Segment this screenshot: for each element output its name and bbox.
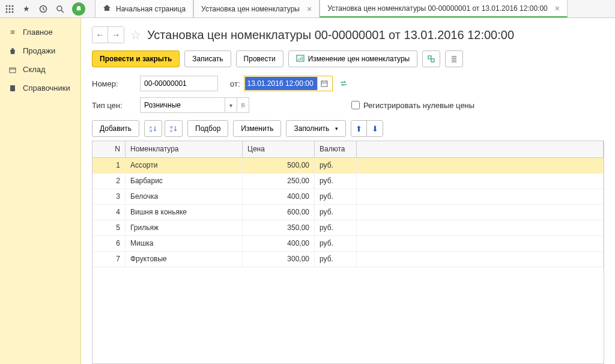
close-icon[interactable]: × xyxy=(307,4,312,14)
sidebar-item-main[interactable]: ≡ Главное xyxy=(0,23,80,41)
table-row[interactable]: 1Ассорти500,00руб. xyxy=(92,158,604,174)
cell-n: 4 xyxy=(92,205,126,220)
cell-price: 500,00 xyxy=(243,158,315,173)
sort-asc-button[interactable]: АЯ xyxy=(144,120,162,137)
notifications-icon[interactable] xyxy=(72,2,85,16)
col-nomenclature[interactable]: Номенклатура xyxy=(126,141,243,157)
svg-point-8 xyxy=(12,11,14,13)
change-prices-button[interactable]: Изменение цен номенклатуры xyxy=(288,50,418,67)
tab-label: Установка цен номенклатуры xyxy=(201,5,300,13)
apps-icon[interactable] xyxy=(5,4,14,14)
cell-price: 250,00 xyxy=(243,174,315,189)
tabs-bar: Начальная страница Установка цен номенкл… xyxy=(95,0,568,17)
box-icon xyxy=(8,65,17,74)
svg-point-10 xyxy=(57,6,62,11)
svg-rect-14 xyxy=(431,59,434,62)
favorite-star-icon[interactable]: ☆ xyxy=(130,28,141,42)
cell-price: 400,00 xyxy=(243,236,315,251)
open-icon[interactable]: ⎘ xyxy=(237,98,249,112)
items-grid: N Номенклатура Цена Валюта 1Ассорти500,0… xyxy=(92,141,604,364)
date-field[interactable] xyxy=(245,77,317,90)
table-row[interactable]: 7Фруктовые300,00руб. xyxy=(92,252,604,267)
table-row[interactable]: 2Барбарис250,00руб. xyxy=(92,174,604,189)
date-field-wrap xyxy=(244,76,333,91)
cell-nomenclature: Вишня в коньяке xyxy=(126,205,243,220)
sidebar-label: Справочники xyxy=(23,83,70,93)
register-zero-checkbox[interactable] xyxy=(351,101,360,109)
select-button[interactable]: Подбор xyxy=(187,120,228,137)
col-price[interactable]: Цена xyxy=(243,141,315,157)
cell-rest xyxy=(357,205,604,220)
history-icon[interactable] xyxy=(38,4,48,14)
price-type-combo[interactable]: ▾ ⎘ xyxy=(140,97,249,113)
tab-price-list[interactable]: Установка цен номенклатуры × xyxy=(193,0,320,17)
svg-point-1 xyxy=(9,5,11,7)
from-label: от: xyxy=(230,79,240,88)
save-button[interactable]: Записать xyxy=(184,50,231,67)
col-rest xyxy=(357,141,604,157)
cell-price: 400,00 xyxy=(243,189,315,204)
dropdown-icon[interactable]: ▾ xyxy=(225,98,237,112)
grid-body: 1Ассорти500,00руб.2Барбарис250,00руб.3Бе… xyxy=(92,158,604,363)
post-button[interactable]: Провести xyxy=(236,50,283,67)
close-icon[interactable]: × xyxy=(555,4,560,13)
cell-n: 3 xyxy=(92,189,126,204)
cell-nomenclature: Мишка xyxy=(126,236,243,251)
cell-nomenclature: Белочка xyxy=(126,189,243,204)
add-button[interactable]: Добавить xyxy=(92,120,139,137)
move-buttons: ⬆ ⬇ xyxy=(351,120,383,137)
svg-point-0 xyxy=(6,5,8,7)
page-title: Установка цен номенклатуры 00-00000001 о… xyxy=(147,28,514,42)
tab-price-document[interactable]: Установка цен номенклатуры 00-00000001 о… xyxy=(320,0,568,17)
tab-home[interactable]: Начальная страница xyxy=(95,0,193,17)
col-n[interactable]: N xyxy=(92,141,126,157)
price-type-input[interactable] xyxy=(141,98,225,112)
col-currency[interactable]: Валюта xyxy=(315,141,357,157)
number-date-row: Номер: от: xyxy=(92,76,604,91)
svg-rect-11 xyxy=(10,68,16,73)
calendar-icon[interactable] xyxy=(317,77,332,90)
fill-button[interactable]: Заполнить xyxy=(286,120,346,137)
svg-point-2 xyxy=(12,5,14,7)
post-and-close-button[interactable]: Провести и закрыть xyxy=(92,50,180,67)
sidebar-item-stock[interactable]: Склад xyxy=(0,60,80,79)
list-button[interactable] xyxy=(445,50,463,67)
table-row[interactable]: 3Белочка400,00руб. xyxy=(92,189,604,205)
star-icon[interactable]: ★ xyxy=(22,4,31,14)
top-bar: ★ Начальная страница Установка цен номен… xyxy=(0,0,615,18)
sidebar-label: Главное xyxy=(23,28,53,37)
table-row[interactable]: 5Грильяж350,00руб. xyxy=(92,220,604,236)
register-zero-wrap: Регистрировать нулевые цены xyxy=(351,101,474,110)
grid-header: N Номенклатура Цена Валюта xyxy=(92,141,604,158)
cell-currency: руб. xyxy=(315,236,357,251)
cell-currency: руб. xyxy=(315,189,357,204)
cell-rest xyxy=(357,174,604,189)
attach-button[interactable] xyxy=(422,50,440,67)
sidebar-item-sales[interactable]: Продажи xyxy=(0,41,80,60)
search-icon[interactable] xyxy=(55,4,65,14)
nav-back-button[interactable]: ← xyxy=(92,27,108,43)
edit-button[interactable]: Изменить xyxy=(233,120,281,137)
grid-toolbar: Добавить АЯ ЯА Подбор Изменить Заполнить… xyxy=(92,120,604,137)
cell-nomenclature: Грильяж xyxy=(126,220,243,235)
cell-price: 300,00 xyxy=(243,252,315,267)
move-up-button[interactable]: ⬆ xyxy=(351,121,367,136)
cell-rest xyxy=(357,236,604,251)
sync-icon[interactable] xyxy=(339,79,348,88)
number-field[interactable] xyxy=(140,76,218,91)
cell-rest xyxy=(357,189,604,204)
sort-desc-button[interactable]: ЯА xyxy=(165,120,183,137)
svg-text:Я: Я xyxy=(150,129,152,133)
svg-point-5 xyxy=(12,8,14,10)
cell-rest xyxy=(357,220,604,235)
move-down-button[interactable]: ⬇ xyxy=(367,121,383,136)
table-row[interactable]: 6Мишка400,00руб. xyxy=(92,236,604,252)
table-row[interactable]: 4Вишня в коньяке600,00руб. xyxy=(92,205,604,220)
nav-forward-button[interactable]: → xyxy=(108,27,124,43)
main-toolbar: Провести и закрыть Записать Провести Изм… xyxy=(92,50,604,67)
cell-rest xyxy=(357,252,604,267)
sidebar-item-refs[interactable]: Справочники xyxy=(0,79,80,97)
cell-n: 1 xyxy=(92,158,126,173)
cell-nomenclature: Барбарис xyxy=(126,174,243,189)
button-label: Изменение цен номенклатуры xyxy=(308,55,410,63)
